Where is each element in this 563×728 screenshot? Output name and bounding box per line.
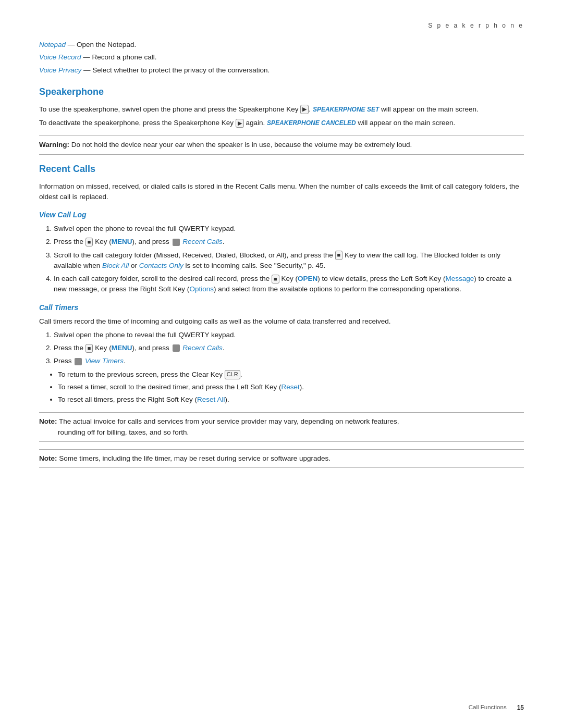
note1-text-line2: rounding off for billing, taxes, and so …: [39, 427, 524, 438]
ct-step-3: Press View Timers.: [54, 356, 524, 366]
warning-box: Warning: Do not hold the device near you…: [39, 135, 524, 154]
voice-record-label: Voice Record: [39, 53, 81, 61]
call-timers-intro: Call timers record the time of incoming …: [39, 316, 524, 327]
vcl-step-2: Press the ■ Key (MENU), and press Recent…: [54, 237, 524, 247]
vcl-step3-text: Scroll to the call category folder (Miss…: [54, 251, 500, 269]
notepad-separator: —: [66, 41, 77, 48]
phone-icon-1: [173, 239, 180, 246]
vcl-step-3: Scroll to the call category folder (Miss…: [54, 250, 524, 272]
ct-menu-label: MENU: [112, 344, 132, 352]
note2-text: Some timers, including the life timer, m…: [57, 454, 331, 462]
vcl-step4-text: In each call category folder, scroll to …: [54, 275, 511, 293]
note1-text: The actual invoice for calls and service…: [57, 417, 399, 425]
ct-bullet1-text: To return to the previous screen, press …: [58, 371, 242, 378]
intro-item-voice-privacy: Voice Privacy — Select whether to protec…: [39, 65, 524, 76]
reset-all-link: Reset All: [197, 396, 225, 403]
notepad-text: Open the Notepad.: [77, 41, 136, 48]
ct-bullet-3: To reset all timers, press the Right Sof…: [58, 394, 524, 405]
contacts-only-link: Contacts Only: [139, 262, 183, 269]
speakerphone-para2: To deactivate the speakerphone, press th…: [39, 118, 524, 128]
call-timers-title: Call Timers: [39, 302, 524, 313]
open-key-icon: ■: [272, 275, 279, 283]
open-label: OPEN: [298, 275, 317, 282]
ct-bullet-2: To reset a timer, scroll to the desired …: [58, 382, 524, 392]
ct-step-1: Swivel open the phone to reveal the full…: [54, 330, 524, 340]
voice-privacy-text: Select whether to protect the privacy of…: [92, 66, 270, 74]
menu-key-icon: ■: [85, 238, 93, 246]
ct-bullet2-text: To reset a timer, scroll to the desired …: [58, 383, 304, 391]
vcl-step2-text: Press the ■ Key (MENU), and press Recent…: [54, 238, 225, 245]
ct-step3-text: Press View Timers.: [54, 357, 126, 365]
phone-icon-3: [75, 358, 82, 365]
sp-para1-before: To use the speakerphone, swivel open the…: [39, 105, 300, 113]
ct-step1-text: Swivel open the phone to reveal the full…: [54, 331, 236, 339]
ct-recent-calls-link: Recent Calls: [182, 344, 223, 352]
footer-label: Call Functions: [469, 703, 507, 712]
voice-privacy-label: Voice Privacy: [39, 66, 81, 74]
sp-para1-dot: .: [309, 105, 313, 113]
intro-item-notepad: Notepad — Open the Notepad.: [39, 40, 524, 50]
note1-label: Note:: [39, 417, 57, 425]
speakerphone-section: Speakerphone To use the speakerphone, sw…: [39, 85, 524, 155]
options-link: Options: [189, 285, 214, 293]
menu-label: MENU: [112, 238, 132, 245]
speakerphone-title: Speakerphone: [39, 85, 524, 99]
sp-para1-after: will appear on the main screen.: [379, 105, 479, 113]
view-call-log-title: View Call Log: [39, 209, 524, 220]
note-box-1: Note: The actual invoice for calls and s…: [39, 412, 524, 442]
call-timers-subsection: Call Timers Call timers record the time …: [39, 302, 524, 405]
sp-para2-dot: again.: [244, 119, 267, 127]
speakerphone-key2-icon: ▶: [236, 119, 244, 128]
note-box-2: Note: Some timers, including the life ti…: [39, 449, 524, 468]
speakerphone-canceled-text: SPEAKERPHONE CANCELED: [267, 119, 356, 127]
note2-label: Note:: [39, 454, 57, 462]
page-header: S p e a k e r p h o n e: [39, 21, 524, 30]
reset-link: Reset: [281, 383, 299, 391]
recent-calls-title: Recent Calls: [39, 162, 524, 176]
warning-text: Do not hold the device near your ear whe…: [69, 141, 412, 149]
phone-icon-2: [173, 344, 180, 352]
recent-calls-section: Recent Calls Information on missed, rece…: [39, 162, 524, 468]
ct-bullet3-text: To reset all timers, press the Right Sof…: [58, 396, 229, 403]
ct-bullet-1: To return to the previous screen, press …: [58, 369, 524, 380]
voice-privacy-separator: —: [81, 66, 92, 74]
vcl-step-1: Swivel open the phone to reveal the full…: [54, 224, 524, 234]
intro-item-voice-record: Voice Record — Record a phone call.: [39, 52, 524, 63]
speakerphone-key-icon: ▶: [300, 105, 309, 114]
page-footer: Call Functions 15: [469, 703, 524, 712]
recent-calls-intro: Information on missed, received, or dial…: [39, 181, 524, 203]
page-container: S p e a k e r p h o n e Notepad — Open t…: [0, 0, 563, 507]
intro-list: Notepad — Open the Notepad. Voice Record…: [39, 40, 524, 76]
view-call-log-subsection: View Call Log Swivel open the phone to r…: [39, 209, 524, 295]
ok-key-icon: ■: [335, 251, 343, 260]
speakerphone-para1: To use the speakerphone, swivel open the…: [39, 104, 524, 115]
vcl-step1-text: Swivel open the phone to reveal the full…: [54, 225, 236, 232]
header-title: S p e a k e r p h o n e: [428, 22, 524, 29]
warning-label: Warning:: [39, 141, 69, 149]
message-link: Message: [446, 275, 474, 282]
ct-step2-text: Press the ■ Key (MENU), and press Recent…: [54, 344, 225, 352]
view-call-log-steps: Swivel open the phone to reveal the full…: [54, 224, 524, 295]
vcl-step-4: In each call category folder, scroll to …: [54, 274, 524, 295]
voice-record-text: Record a phone call.: [92, 53, 157, 61]
call-timers-steps: Swivel open the phone to reveal the full…: [54, 330, 524, 367]
view-timers-link: View Timers: [85, 357, 124, 365]
voice-record-separator: —: [81, 53, 92, 61]
block-all-link: Block All: [102, 262, 129, 269]
notepad-label: Notepad: [39, 41, 66, 48]
ct-step-2: Press the ■ Key (MENU), and press Recent…: [54, 343, 524, 353]
footer-page: 15: [517, 703, 524, 712]
sp-para2-before: To deactivate the speakerphone, press th…: [39, 119, 236, 127]
call-timers-bullets: To return to the previous screen, press …: [58, 369, 524, 405]
clear-key-icon: CLR: [225, 370, 240, 379]
ct-menu-key-icon: ■: [85, 344, 93, 353]
sp-para2-after: will appear on the main screen.: [356, 119, 456, 127]
speakerphone-set-text: SPEAKERPHONE SET: [313, 106, 379, 113]
recent-calls-link1: Recent Calls: [182, 238, 223, 245]
